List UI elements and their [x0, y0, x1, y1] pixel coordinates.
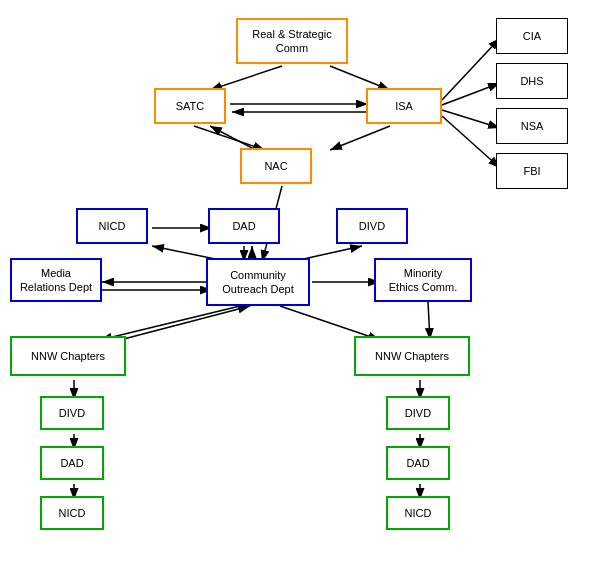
community-outreach-node: CommunityOutreach Dept — [206, 258, 310, 306]
nicd-right-node: NICD — [386, 496, 450, 530]
org-diagram: Real & Strategic Comm SATC ISA NAC CIA D… — [0, 0, 600, 579]
svg-line-21 — [100, 306, 240, 340]
svg-line-23 — [120, 306, 250, 340]
nac-node: NAC — [240, 148, 312, 184]
svg-line-5 — [194, 126, 265, 150]
dad-top-node: DAD — [208, 208, 280, 244]
dhs-node: DHS — [496, 63, 568, 99]
dad-left-node: DAD — [40, 446, 104, 480]
divd-top-node: DIVD — [336, 208, 408, 244]
svg-line-9 — [442, 83, 500, 105]
svg-line-10 — [442, 110, 500, 128]
svg-line-24 — [428, 302, 430, 340]
nnw-left-node: NNW Chapters — [10, 336, 126, 376]
minority-ethics-node: MinorityEthics Comm. — [374, 258, 472, 302]
dad-right-node: DAD — [386, 446, 450, 480]
svg-line-11 — [442, 116, 500, 168]
nicd-left-node: NICD — [40, 496, 104, 530]
real-strategic-comm-node: Real & Strategic Comm — [236, 18, 348, 64]
nnw-right-node: NNW Chapters — [354, 336, 470, 376]
cia-node: CIA — [496, 18, 568, 54]
divd-right-node: DIVD — [386, 396, 450, 430]
svg-line-2 — [330, 66, 390, 90]
satc-node: SATC — [154, 88, 226, 124]
svg-line-1 — [210, 66, 282, 90]
svg-line-8 — [442, 38, 500, 100]
svg-line-22 — [280, 306, 380, 340]
divd-left-node: DIVD — [40, 396, 104, 430]
nicd-top-node: NICD — [76, 208, 148, 244]
media-relations-node: MediaRelations Dept — [10, 258, 102, 302]
isa-node: ISA — [366, 88, 442, 124]
svg-line-7 — [210, 126, 256, 150]
fbi-node: FBI — [496, 153, 568, 189]
nsa-node: NSA — [496, 108, 568, 144]
svg-line-6 — [330, 126, 390, 150]
